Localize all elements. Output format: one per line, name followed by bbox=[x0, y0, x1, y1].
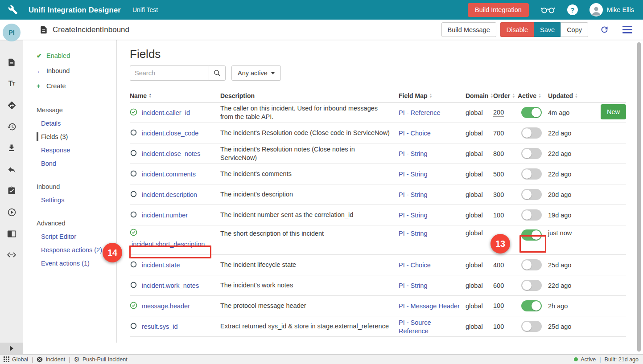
active-toggle[interactable] bbox=[521, 148, 542, 159]
field-order[interactable]: 100 bbox=[493, 212, 504, 219]
field-order[interactable]: 100 bbox=[493, 302, 504, 310]
nav-item-details[interactable]: Details bbox=[23, 117, 116, 130]
field-order[interactable]: 200 bbox=[493, 109, 504, 117]
download-icon[interactable] bbox=[7, 143, 16, 153]
field-name-link[interactable]: incident.state bbox=[142, 262, 180, 269]
column-header-name[interactable]: Name▲▼ bbox=[130, 92, 220, 99]
field-map-link[interactable]: PI - String bbox=[399, 191, 427, 198]
field-name-link[interactable]: incident.caller_id bbox=[142, 109, 190, 116]
field-order[interactable]: 100 bbox=[493, 323, 504, 330]
column-header-order[interactable]: Order▲▼ bbox=[493, 92, 518, 99]
field-order[interactable]: 700 bbox=[493, 130, 504, 137]
copy-button[interactable]: Copy bbox=[561, 22, 588, 37]
field-map-link[interactable]: PI - Message Header bbox=[399, 303, 460, 310]
save-button[interactable]: Save bbox=[534, 22, 561, 37]
book-icon[interactable] bbox=[7, 229, 16, 238]
context-process[interactable]: ⚙ Push-Pull Incident bbox=[74, 356, 127, 363]
column-header-active[interactable]: Active▲▼ bbox=[518, 92, 548, 99]
annotation-badge-13: 13 bbox=[490, 234, 510, 254]
search-button[interactable] bbox=[209, 65, 226, 81]
sort-icon: ▲▼ bbox=[512, 93, 515, 98]
refresh-icon[interactable] bbox=[600, 25, 609, 34]
history-icon[interactable] bbox=[7, 122, 16, 131]
field-order[interactable]: 500 bbox=[493, 171, 504, 178]
field-order[interactable]: 800 bbox=[493, 150, 504, 157]
user-name[interactable]: Mike Ellis bbox=[607, 6, 634, 13]
document-header: CreateIncidentInbound Build Message Disa… bbox=[0, 20, 643, 40]
field-map-link[interactable]: PI - String bbox=[399, 282, 427, 289]
code-icon[interactable] bbox=[7, 250, 16, 260]
build-message-button[interactable]: Build Message bbox=[441, 22, 496, 37]
field-updated: 22d ago bbox=[548, 150, 626, 157]
document-icon[interactable] bbox=[7, 57, 16, 67]
field-name-link[interactable]: incident.number bbox=[142, 212, 188, 219]
nav-item-create[interactable]: + Create bbox=[23, 78, 116, 94]
field-description: The incident number sent as the correlat… bbox=[220, 210, 399, 220]
nav-item-bond[interactable]: Bond bbox=[23, 157, 116, 170]
active-toggle[interactable] bbox=[521, 127, 542, 139]
field-name-link[interactable]: incident.work_notes bbox=[142, 282, 199, 289]
sort-icon: ▲▼ bbox=[575, 93, 578, 98]
nav-item-response[interactable]: Response bbox=[23, 143, 116, 157]
field-map-link[interactable]: PI - Source Reference bbox=[399, 319, 431, 335]
nav-item-settings[interactable]: Settings bbox=[23, 193, 116, 207]
active-toggle[interactable] bbox=[521, 300, 542, 311]
active-toggle[interactable] bbox=[521, 280, 542, 291]
active-toggle[interactable] bbox=[521, 259, 542, 270]
nav-item-fields[interactable]: Fields (3) bbox=[23, 130, 116, 143]
column-header-domain[interactable]: Domain▲▼ bbox=[466, 92, 493, 99]
field-map-link[interactable]: PI - String bbox=[399, 212, 427, 219]
annotation-box-name-link bbox=[129, 245, 211, 258]
nav-item-inbound[interactable]: ← Inbound bbox=[23, 63, 116, 78]
column-header-description[interactable]: Description bbox=[220, 92, 399, 99]
fields-table: Name▲▼ Description Field Map▲▼ Domain▲▼ … bbox=[130, 89, 626, 337]
disable-button[interactable]: Disable bbox=[500, 22, 534, 37]
text-format-icon[interactable]: TT bbox=[7, 79, 16, 89]
field-name-link[interactable]: incident.close_code bbox=[142, 130, 198, 137]
play-circle-icon[interactable] bbox=[7, 207, 16, 217]
active-filter-dropdown[interactable]: Any active bbox=[231, 65, 281, 81]
menu-icon[interactable] bbox=[622, 24, 632, 35]
field-map-link[interactable]: PI - String bbox=[399, 150, 427, 157]
vertical-scrollbar[interactable] bbox=[637, 42, 641, 352]
nav-item-event-actions[interactable]: Event actions (1) bbox=[23, 257, 116, 270]
field-map-link[interactable]: PI - Choice bbox=[399, 130, 431, 137]
check-circle-icon bbox=[130, 302, 137, 311]
reply-icon[interactable] bbox=[7, 164, 16, 174]
active-toggle[interactable] bbox=[521, 168, 542, 180]
field-map-link[interactable]: PI - String bbox=[399, 230, 427, 237]
field-name-link[interactable]: incident.comments bbox=[142, 171, 196, 178]
field-map-link[interactable]: PI - Reference bbox=[399, 109, 441, 116]
glasses-icon[interactable] bbox=[540, 5, 556, 14]
help-icon[interactable]: ? bbox=[567, 4, 578, 15]
active-toggle[interactable] bbox=[521, 189, 542, 200]
toggle-knob bbox=[522, 210, 532, 220]
field-map-link[interactable]: PI - String bbox=[399, 171, 427, 178]
search-input[interactable] bbox=[130, 65, 209, 81]
expand-sidebar-button[interactable] bbox=[0, 343, 23, 354]
field-description: The incident's work notes bbox=[220, 280, 399, 290]
context-global[interactable]: Global bbox=[4, 356, 28, 363]
field-order[interactable]: 300 bbox=[493, 191, 504, 198]
active-toggle[interactable] bbox=[521, 321, 542, 332]
field-order[interactable]: 600 bbox=[493, 282, 504, 289]
document-icon bbox=[39, 25, 48, 34]
task-icon[interactable] bbox=[7, 186, 16, 196]
new-button[interactable]: New bbox=[601, 104, 626, 119]
field-name-link[interactable]: message.header bbox=[142, 303, 190, 310]
nav-item-script-editor[interactable]: Script Editor bbox=[23, 230, 116, 243]
build-integration-button[interactable]: Build Integration bbox=[468, 3, 529, 17]
user-avatar[interactable] bbox=[589, 3, 603, 16]
directions-icon[interactable] bbox=[7, 100, 16, 110]
column-header-field-map[interactable]: Field Map▲▼ bbox=[399, 92, 466, 99]
context-incident[interactable]: Incident bbox=[37, 356, 65, 363]
nav-item-enabled[interactable]: ✔ Enabled bbox=[23, 48, 116, 63]
active-toggle[interactable] bbox=[521, 107, 542, 118]
column-header-updated[interactable]: Updated▲▼ bbox=[548, 92, 626, 99]
field-name-link[interactable]: incident.close_notes bbox=[142, 150, 200, 157]
field-map-link[interactable]: PI - Choice bbox=[399, 262, 431, 269]
field-name-link[interactable]: result.sys_id bbox=[142, 323, 178, 330]
field-order[interactable]: 400 bbox=[493, 262, 504, 269]
active-toggle[interactable] bbox=[521, 209, 542, 221]
field-name-link[interactable]: incident.description bbox=[142, 191, 197, 198]
